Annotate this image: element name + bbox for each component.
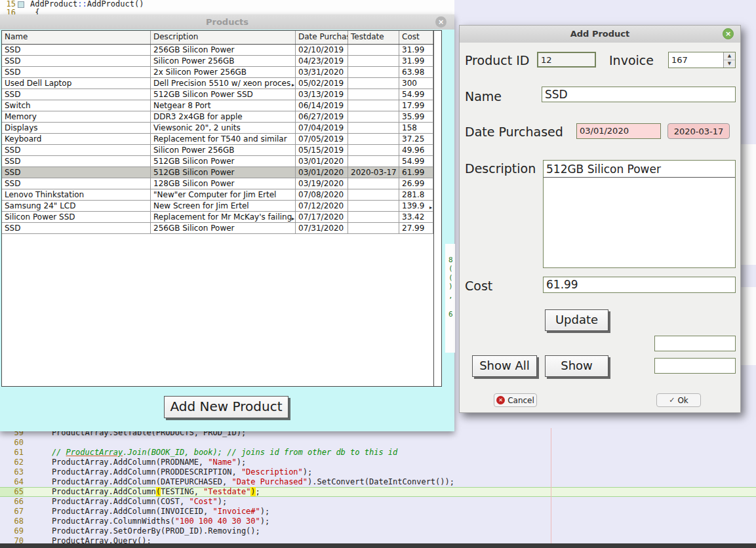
- table-cell: 2x Silicon Power 256GB: [151, 67, 296, 78]
- table-cell: 512GB Silicon Power: [151, 156, 296, 167]
- products-titlebar[interactable]: Products ×: [0, 14, 454, 29]
- background-band: [741, 144, 756, 265]
- table-cell: Netgear 8 Port: [151, 100, 296, 111]
- spin-up-icon[interactable]: ▲: [724, 52, 735, 60]
- table-cell: 49.96: [399, 145, 433, 156]
- table-row[interactable]: SSDSilicon Power 256GB05/15/201949.96: [2, 145, 441, 156]
- cancel-button[interactable]: ✕ Cancel: [494, 393, 537, 407]
- table-cell: 17.99: [399, 100, 433, 111]
- table-cell: [348, 56, 399, 67]
- table-cell: [348, 67, 399, 78]
- table-header-row: NameDescriptionDate PurchasTestdateCost: [2, 31, 441, 45]
- table-cell: Switch: [2, 100, 151, 111]
- date-alt-chip[interactable]: 2020-03-17: [667, 123, 730, 139]
- close-icon[interactable]: ×: [723, 28, 734, 39]
- table-cell: SSD: [2, 167, 151, 178]
- table-cell: 03/13/2019: [296, 89, 348, 100]
- table-cell: 63.98: [399, 67, 433, 78]
- table-cell: 05/02/2019: [296, 78, 348, 89]
- table-cell: [348, 145, 399, 156]
- check-icon: ✓: [669, 396, 675, 404]
- table-cell: 281.8: [399, 189, 433, 201]
- table-row[interactable]: Samsung 24" LCDNew Screen for Jim Ertel0…: [2, 201, 441, 212]
- table-row[interactable]: Lenovo Thinkstation"New"er Computer for …: [2, 189, 441, 201]
- show-all-button[interactable]: Show All: [472, 355, 537, 377]
- clipped-text-icon: ▸: [292, 80, 294, 89]
- table-cell: 35.99: [399, 111, 433, 123]
- add-new-product-button[interactable]: Add New Product: [164, 396, 288, 418]
- table-row[interactable]: DisplaysViewsonic 20", 2 units07/04/2019…: [2, 123, 441, 134]
- table-row[interactable]: SSDSilicon Power 256GB04/23/201931.99: [2, 56, 441, 67]
- table-row[interactable]: SSD256GB Silicon Power07/31/202027.99: [2, 223, 441, 234]
- table-cell: [348, 111, 399, 123]
- table-scrollbar[interactable]: [433, 31, 441, 386]
- table-cell: Viewsonic 20", 2 units: [151, 123, 296, 134]
- table-row[interactable]: Used Dell LaptopDell Precision 5510 w/ x…: [2, 78, 441, 89]
- spinner-buttons: ▲ ▼: [723, 52, 735, 68]
- column-header-description[interactable]: Description: [151, 31, 296, 44]
- cost-field[interactable]: 61.99: [543, 277, 736, 293]
- table-cell: Displays: [2, 123, 151, 134]
- table-row[interactable]: SSD512GB Silicon Power03/01/202054.99: [2, 156, 441, 167]
- show-button[interactable]: Show: [545, 355, 608, 377]
- column-header-date-purchas[interactable]: Date Purchas: [296, 31, 348, 44]
- table-cell: 37.25: [399, 134, 433, 145]
- products-table: NameDescriptionDate PurchasTestdateCost …: [1, 30, 442, 387]
- table-row[interactable]: SSD128GB Silicon Power03/19/202026.99: [2, 178, 441, 189]
- table-cell: [348, 178, 399, 189]
- table-cell: 33.42: [399, 212, 433, 223]
- table-cell: 31.99: [399, 45, 433, 56]
- table-row[interactable]: MemoryDDR3 2x4GB for apple06/27/201935.9…: [2, 111, 441, 123]
- name-label: Name: [465, 89, 502, 104]
- code-editor-bottom[interactable]: 59 ProductArray.SetTable(PRODUCTS, PROD_…: [0, 428, 756, 543]
- table-cell: 139.9▸: [399, 201, 433, 212]
- code-editor-top[interactable]: 15AddProduct::AddProduct()16 {: [0, 0, 459, 14]
- table-cell: Dell Precision 5510 w/ xeon proces▸: [151, 78, 296, 89]
- products-window: Products × NameDescriptionDate PurchasTe…: [0, 14, 454, 431]
- table-cell: [348, 78, 399, 89]
- code-line-66: 66 ProductArray.AddColumn(COST, "Cost");: [0, 497, 756, 507]
- table-row[interactable]: SSD256GB Silicon Power02/10/201931.99: [2, 45, 441, 56]
- date-purchased-field[interactable]: 03/01/2020: [576, 123, 661, 139]
- table-cell: 54.99: [399, 156, 433, 167]
- table-row[interactable]: KeyboardReplacement for T540 and similar…: [2, 134, 441, 145]
- table-cell: 27.99: [399, 223, 433, 234]
- empty-field-2[interactable]: [654, 358, 736, 374]
- table-cell: DDR3 2x4GB for apple: [151, 111, 296, 123]
- table-cell: 02/10/2019: [296, 45, 348, 56]
- code-line-69: 69 ProductArray.SetOrderBy(PROD_ID).Remo…: [0, 526, 756, 536]
- ok-button[interactable]: ✓ Ok: [656, 393, 701, 407]
- update-button[interactable]: Update: [545, 309, 608, 331]
- screen: 15AddProduct::AddProduct()16 { 59 Produc…: [0, 0, 756, 548]
- table-cell: SSD: [2, 178, 151, 189]
- fold-marker-icon[interactable]: [18, 1, 24, 8]
- table-cell: [348, 45, 399, 56]
- table-row[interactable]: SSD512GB Silicon Power SSD03/13/201954.9…: [2, 89, 441, 100]
- invoice-spinner[interactable]: 167 ▲ ▼: [668, 52, 736, 68]
- table-row[interactable]: SSD2x Silicon Power 256GB03/31/202063.98: [2, 67, 441, 78]
- name-field[interactable]: SSD: [542, 87, 736, 102]
- table-cell: 04/23/2019: [296, 56, 348, 67]
- table-cell: New Screen for Jim Ertel: [151, 201, 296, 212]
- column-header-cost[interactable]: Cost: [399, 31, 433, 44]
- description-textarea[interactable]: 512GB Silicon Power: [543, 160, 736, 268]
- table-cell: [348, 123, 399, 134]
- table-cell: 07/05/2019: [296, 134, 348, 145]
- code-line-65: 65 ProductArray.AddColumn(TESTING, "Test…: [0, 487, 756, 497]
- table-cell: 03/19/2020: [296, 178, 348, 189]
- table-cell: Used Dell Laptop: [2, 78, 151, 89]
- column-header-name[interactable]: Name: [2, 31, 151, 44]
- table-row[interactable]: SwitchNetgear 8 Port06/14/201917.99: [2, 100, 441, 111]
- dialog-titlebar[interactable]: Add Product ×: [460, 26, 740, 43]
- table-cell: 54.99: [399, 89, 433, 100]
- empty-field-1[interactable]: [654, 336, 736, 351]
- table-cell: Samsung 24" LCD: [2, 201, 151, 212]
- close-icon[interactable]: ×: [435, 16, 447, 28]
- table-cell: Keyboard: [2, 134, 151, 145]
- table-row[interactable]: Silicon Power SSDReplacement for Mr McKa…: [2, 212, 441, 223]
- spin-down-icon[interactable]: ▼: [724, 60, 735, 68]
- table-row[interactable]: SSD512GB Silicon Power03/01/20202020-03-…: [2, 167, 441, 178]
- product-id-field[interactable]: 12: [537, 52, 596, 68]
- code-line-63: 63 ProductArray.AddColumn(PRODDESCRIPTIO…: [0, 467, 756, 477]
- column-header-testdate[interactable]: Testdate: [348, 31, 399, 44]
